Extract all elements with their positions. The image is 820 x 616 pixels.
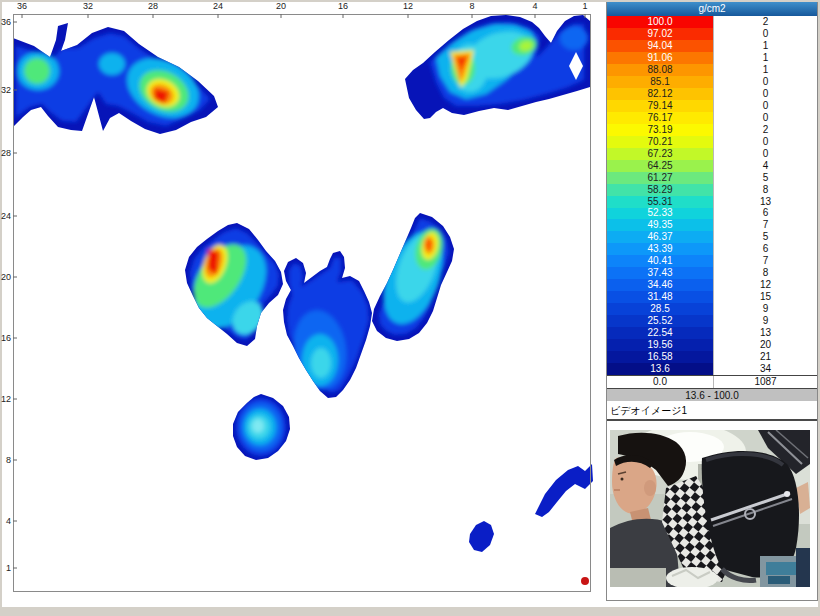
legend-row: 64.254 — [607, 160, 817, 172]
legend-row: 34.4612 — [607, 279, 817, 291]
legend-row: 28.59 — [607, 303, 817, 315]
legend-zero-value: 0.0 — [607, 376, 713, 388]
legend-count: 9 — [713, 315, 817, 327]
legend-count: 0 — [713, 88, 817, 100]
y-tick-label: 20 — [0, 272, 11, 282]
legend-value: 13.6 — [607, 363, 713, 375]
legend-row: 61.275 — [607, 172, 817, 184]
legend-header: g/cm2 — [607, 2, 817, 16]
y-tick-label: 16 — [0, 333, 11, 343]
legend-row: 16.5821 — [607, 351, 817, 363]
legend-count: 6 — [713, 243, 817, 255]
legend-value: 46.37 — [607, 231, 713, 243]
legend-value: 40.41 — [607, 255, 713, 267]
app-window: { "chart_data": { "type": "heatmap", "ti… — [0, 0, 820, 616]
legend-count: 7 — [713, 219, 817, 231]
x-tick-label: 20 — [276, 1, 286, 11]
region-upper-right-band — [405, 15, 590, 119]
region-bottom-small-spot — [469, 521, 494, 552]
y-tick-label: 4 — [0, 516, 11, 526]
legend-count: 9 — [713, 303, 817, 315]
legend-value: 73.19 — [607, 124, 713, 136]
legend-count: 0 — [713, 28, 817, 40]
legend-row: 22.5413 — [607, 327, 817, 339]
video-image-photo — [610, 430, 810, 587]
legend-row: 97.020 — [607, 28, 817, 40]
legend-row: 55.3113 — [607, 196, 817, 208]
legend-count: 0 — [713, 112, 817, 124]
legend-value: 67.23 — [607, 148, 713, 160]
legend-row: 37.438 — [607, 267, 817, 279]
legend-count: 1 — [713, 52, 817, 64]
legend-row: 85.10 — [607, 76, 817, 88]
legend-row: 88.081 — [607, 64, 817, 76]
legend-value: 76.17 — [607, 112, 713, 124]
legend-count: 7 — [713, 255, 817, 267]
legend-panel: g/cm2 100.0297.02094.04191.06188.08185.1… — [606, 2, 818, 403]
legend-value: 100.0 — [607, 16, 713, 28]
legend-value: 94.04 — [607, 40, 713, 52]
legend-row: 58.298 — [607, 184, 817, 196]
legend-row: 94.041 — [607, 40, 817, 52]
region-right-shoulder — [372, 213, 454, 341]
legend-count: 15 — [713, 291, 817, 303]
legend-value: 52.33 — [607, 208, 713, 220]
y-tick-label: 24 — [0, 211, 11, 221]
y-tick-label: 8 — [0, 455, 11, 465]
x-tick-label: 16 — [338, 1, 348, 11]
legend-row: 40.417 — [607, 255, 817, 267]
legend-value: 22.54 — [607, 327, 713, 339]
region-upper-left-band — [13, 23, 218, 134]
legend-count: 0 — [713, 136, 817, 148]
legend-count: 2 — [713, 124, 817, 136]
video-panel: ビデオイメージ1 — [606, 401, 818, 601]
legend-row: 49.357 — [607, 219, 817, 231]
legend-count: 13 — [713, 327, 817, 339]
legend-row: 46.375 — [607, 231, 817, 243]
legend-value: 31.48 — [607, 291, 713, 303]
legend-row: 13.634 — [607, 363, 817, 375]
legend-count: 0 — [713, 76, 817, 88]
legend-count: 8 — [713, 184, 817, 196]
legend-row: 43.396 — [607, 243, 817, 255]
legend-value: 79.14 — [607, 100, 713, 112]
legend-count: 20 — [713, 339, 817, 351]
legend-value: 61.27 — [607, 172, 713, 184]
legend-rows: 100.0297.02094.04191.06188.08185.1082.12… — [607, 16, 817, 375]
legend-zero-count: 1087 — [713, 376, 817, 388]
legend-value: 58.29 — [607, 184, 713, 196]
legend-row: 31.4815 — [607, 291, 817, 303]
legend-value: 34.46 — [607, 279, 713, 291]
legend-row: 19.5620 — [607, 339, 817, 351]
legend-count: 5 — [713, 172, 817, 184]
y-tick-label: 32 — [0, 85, 11, 95]
legend-value: 37.43 — [607, 267, 713, 279]
legend-count: 0 — [713, 148, 817, 160]
video-image-label: ビデオイメージ1 — [607, 403, 817, 421]
legend-count: 5 — [713, 231, 817, 243]
region-center-lobe — [283, 251, 372, 398]
x-tick-label: 36 — [17, 1, 27, 11]
legend-value: 88.08 — [607, 64, 713, 76]
x-tick-label: 32 — [83, 1, 93, 11]
legend-count: 2 — [713, 16, 817, 28]
legend-count: 13 — [713, 196, 817, 208]
legend-row: 82.120 — [607, 88, 817, 100]
legend-count: 1 — [713, 64, 817, 76]
legend-row: 70.210 — [607, 136, 817, 148]
legend-value: 82.12 — [607, 88, 713, 100]
legend-value: 25.52 — [607, 315, 713, 327]
region-left-shoulder — [179, 223, 283, 346]
legend-value: 85.1 — [607, 76, 713, 88]
legend-row: 52.336 — [607, 208, 817, 220]
legend-row: 67.230 — [607, 148, 817, 160]
legend-row: 25.529 — [607, 315, 817, 327]
legend-count: 12 — [713, 279, 817, 291]
legend-value: 55.31 — [607, 196, 713, 208]
legend-value: 91.06 — [607, 52, 713, 64]
legend-value: 97.02 — [607, 28, 713, 40]
region-bottom-right-chevron — [535, 464, 593, 517]
x-tick-label: 28 — [148, 1, 158, 11]
legend-value: 16.58 — [607, 351, 713, 363]
legend-value: 19.56 — [607, 339, 713, 351]
